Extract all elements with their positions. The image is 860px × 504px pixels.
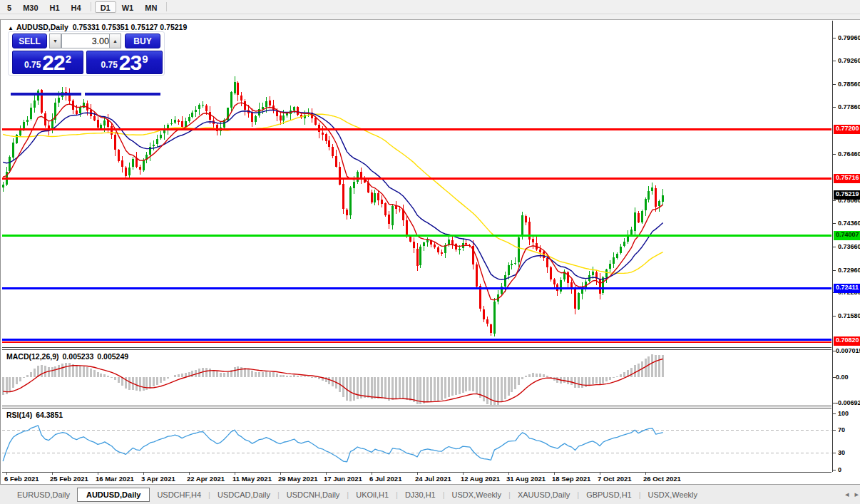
buy-price-prefix: 0.75 <box>101 60 117 70</box>
chart-tab-bar: EURUSD,DailyAUDUSD,DailyUSDCHF,H4|USDCAD… <box>0 484 860 504</box>
price-tick-mark <box>833 316 836 317</box>
sell-price-sup: 2 <box>66 53 71 65</box>
timeframe-button-M30[interactable]: M30 <box>17 1 43 13</box>
tab-dj30-h1[interactable]: DJ30,H1 <box>398 488 443 502</box>
chart-symbol: AUDUSD,Daily <box>16 23 68 31</box>
up-arrow-icon: ▲ <box>113 38 118 43</box>
toolbar-separator <box>166 2 167 11</box>
macd-tick-label: -0.00692 <box>836 399 860 406</box>
current-price-label: 0.75219 <box>834 190 860 200</box>
sell-button[interactable]: SELL <box>12 34 47 48</box>
date-tick-label: 18 Sep 2021 <box>552 475 590 483</box>
date-tick-label: 22 Apr 2021 <box>187 475 225 483</box>
price-tick-mark <box>833 84 836 85</box>
rsi-tick-mark <box>833 470 836 470</box>
price-tick-mark <box>833 200 836 201</box>
sell-price-box[interactable]: 0.75222 <box>12 51 83 74</box>
buy-price-box[interactable]: 0.75239 <box>86 51 163 74</box>
date-tick-label: 6 Feb 2021 <box>4 475 39 483</box>
down-arrow-icon: ▼ <box>53 38 58 43</box>
one-click-trading-panel: SELL ▼ ▲ BUY 0.75222 0.75239 <box>8 31 165 76</box>
tab-usdcnh-daily[interactable]: USDCNH,Daily <box>280 488 347 502</box>
buy-price-sup: 9 <box>142 53 148 65</box>
date-axis[interactable]: 6 Feb 202125 Feb 202116 Mar 20213 Apr 20… <box>2 473 831 485</box>
chart-title: ▲AUDUSD,Daily 0.75331 0.75351 0.75127 0.… <box>8 23 187 31</box>
date-tick-label: 26 Oct 2021 <box>643 475 681 483</box>
macd-signal-value: 0.005249 <box>97 352 128 361</box>
price-tick-label: 0.77860 <box>838 103 860 110</box>
tab-scroll-arrows[interactable]: ◂▸ <box>845 490 860 499</box>
timeframe-button-H1[interactable]: H1 <box>44 1 66 13</box>
collapse-arrow-icon[interactable]: ▲ <box>8 25 14 31</box>
volume-increase-button[interactable]: ▲ <box>109 34 121 48</box>
macd-indicator-panel[interactable]: MACD(12,26,9)0.0052330.005249 <box>2 349 831 406</box>
price-tick-mark <box>833 154 836 155</box>
mt4-application: { "toolbar": { "timeframes": [ {"label":… <box>0 0 860 504</box>
price-tick-label: 0.71580 <box>838 312 860 319</box>
volume-decrease-button[interactable]: ▼ <box>49 34 61 48</box>
tab-usdcad-daily[interactable]: USDCAD,Daily <box>210 488 277 502</box>
price-tick-mark <box>833 247 836 247</box>
rsi-tick-mark <box>833 430 836 431</box>
price-tick-mark <box>833 223 836 224</box>
tab-eurusd-daily[interactable]: EURUSD,Daily <box>10 488 77 502</box>
rsi-tick-label: 30 <box>838 449 845 456</box>
buy-price-big: 23 <box>119 51 141 75</box>
timeframe-button-5[interactable]: 5 <box>1 1 17 13</box>
price-tick-mark <box>833 61 836 61</box>
macd-main-value: 0.005233 <box>63 352 94 361</box>
rsi-indicator-panel[interactable]: RSI(14)64.3851 <box>2 408 831 473</box>
price-tick-label: 0.74360 <box>838 220 860 227</box>
resistance-price-label: 0.75716 <box>834 174 860 183</box>
tab-audusd-daily[interactable]: AUDUSD,Daily <box>77 488 150 502</box>
tab-usdx-weekly[interactable]: USDX,Weekly <box>641 488 705 502</box>
rsi-tick-mark <box>833 413 836 414</box>
date-tick-label: 12 Aug 2021 <box>461 475 500 483</box>
price-tick-label: 0.79260 <box>838 57 860 64</box>
date-tick-label: 3 Apr 2021 <box>141 475 175 483</box>
tab-usdx-weekly[interactable]: USDX,Weekly <box>445 488 508 502</box>
date-tick-label: 16 Mar 2021 <box>96 475 134 483</box>
support-price-label: 0.74007 <box>834 231 860 240</box>
date-tick-label: 29 May 2021 <box>278 475 317 483</box>
tab-xauusd-daily[interactable]: XAUUSD,Daily <box>511 488 577 502</box>
timeframe-button-D1[interactable]: D1 <box>95 1 116 13</box>
buy-button[interactable]: BUY <box>125 34 160 48</box>
timeframe-button-H4[interactable]: H4 <box>66 1 87 13</box>
timeframe-toolbar: 5M30H1H4D1W1MN <box>0 0 860 14</box>
volume-input[interactable] <box>61 34 116 48</box>
sell-price-prefix: 0.75 <box>24 60 41 70</box>
date-tick-label: 11 May 2021 <box>232 475 272 483</box>
price-axis[interactable]: 0.799600.792600.785600.778600.764600.750… <box>832 21 860 472</box>
price-tick-label: 0.78560 <box>838 81 860 88</box>
tab-gbpusd-h1[interactable]: GBPUSD,H1 <box>579 488 639 502</box>
main-chart-panel[interactable]: ▲AUDUSD,Daily 0.75331 0.75351 0.75127 0.… <box>2 21 831 348</box>
price-tick-mark <box>833 38 836 38</box>
support-price-label: 0.72411 <box>834 284 860 293</box>
tab-scroll-right-icon[interactable]: ▸ <box>854 490 860 498</box>
timeframe-button-MN[interactable]: MN <box>139 1 163 13</box>
date-tick-label: 6 Jul 2021 <box>369 475 401 483</box>
rsi-chart-canvas[interactable] <box>2 408 831 472</box>
price-tick-label: 0.72960 <box>838 267 860 274</box>
trade-panel-accent-bar <box>85 93 160 96</box>
price-tick-label: 0.76460 <box>838 150 860 158</box>
date-tick-label: 24 Jul 2021 <box>415 475 451 483</box>
rsi-label: RSI(14)64.3851 <box>6 411 66 419</box>
sell-price-big: 22 <box>42 51 64 75</box>
chart-window: ▲AUDUSD,Daily 0.75331 0.75351 0.75127 0.… <box>0 19 860 485</box>
tab-ukoil-h1[interactable]: UKOil,H1 <box>349 488 396 502</box>
rsi-tick-mark <box>833 453 836 453</box>
price-tick-label: 0.73660 <box>838 243 860 250</box>
resistance-price-label: 0.77200 <box>834 125 860 134</box>
rsi-value: 64.3851 <box>36 411 63 419</box>
macd-label: MACD(12,26,9)0.0052330.005249 <box>6 352 132 361</box>
timeframe-button-W1[interactable]: W1 <box>116 1 140 13</box>
date-tick-label: 25 Feb 2021 <box>50 475 88 483</box>
macd-tick-label: 0.00 <box>836 374 849 381</box>
tab-usdchf-h4[interactable]: USDCHF,H4 <box>150 488 208 502</box>
rsi-tick-label: 100 <box>838 410 849 417</box>
toolbar-separator <box>91 2 91 11</box>
trade-panel-accent-bar <box>11 93 81 96</box>
tab-scroll-left-icon[interactable]: ◂ <box>845 490 855 498</box>
